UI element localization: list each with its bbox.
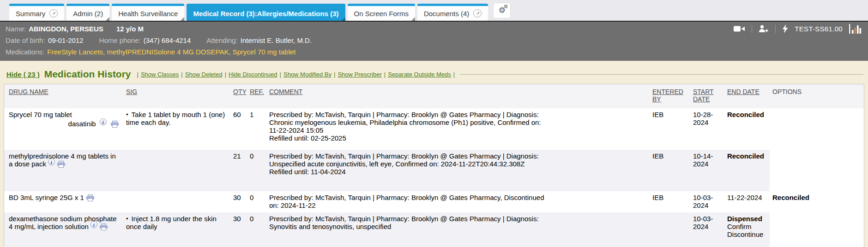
drug-info-icon[interactable]: i [48, 159, 55, 165]
settings-button[interactable]: ⚙ ⚙ [493, 3, 511, 18]
comment-text: Prescribed by: McTavish, Tarquin | Pharm… [269, 111, 546, 134]
attending-value: Internist E. Butler, M.D. [241, 35, 312, 46]
tab-bar: Summary ↗ Admin (2) Health Surveillance … [0, 0, 868, 22]
video-camera-icon[interactable] [734, 25, 745, 33]
ref-value: 0 [247, 150, 266, 191]
home-phone-label: Home phone: [99, 35, 141, 46]
tab-admin[interactable]: Admin (2) [66, 4, 109, 21]
patient-banner: Name: ABINGDON, PERSEUS 12 y/o M TEST-SS… [0, 22, 868, 61]
show-modified-by-link[interactable]: Show Modified By [283, 71, 332, 78]
separator: | [453, 71, 455, 78]
confirm-action[interactable]: Confirm [727, 223, 752, 230]
separate-outside-meds-link[interactable]: Separate Outside Meds [388, 71, 451, 78]
tab-health-surveillance[interactable]: Health Surveillance [112, 4, 184, 21]
show-deleted-link[interactable]: Show Deleted [185, 71, 223, 78]
start-date-value: 10-14-2024 [690, 150, 724, 191]
dob-value: 09-01-2012 [48, 35, 84, 46]
divider [775, 25, 776, 33]
qty-value: 30 [230, 191, 247, 212]
refill-until-text: Refilled until: 11-04-2024 [269, 168, 546, 176]
tab-on-screen-forms[interactable]: On Screen Forms [348, 4, 415, 21]
patient-demographics-row: Date of birth: 09-01-2012 Home phone: (3… [6, 35, 862, 46]
drug-generic-name: dasatinib [68, 120, 96, 128]
tab-on-screen-forms-label: On Screen Forms [354, 10, 409, 18]
tab-documents-label: Documents (4) [424, 10, 469, 18]
status-reconciled: Reconciled [727, 152, 764, 160]
status-dispensed: Dispensed [727, 215, 762, 223]
medications-list: FreeStyle Lancets, methylPREDNISolone 4 … [47, 46, 295, 58]
col-header-entered-by[interactable]: ENTERED BY [650, 84, 690, 108]
start-date-value: 10-03-2024 [690, 212, 724, 247]
drug-name: Sprycel 70 mg tablet [9, 111, 120, 118]
sig-text: Take 1 tablet by mouth 1 (one) time each… [126, 111, 228, 126]
drug-name: BD 3mL syringe 25G x 1 [9, 194, 120, 202]
tab-summary[interactable]: Summary ↗ [9, 4, 64, 21]
separator: | [384, 71, 386, 78]
table-header-row: DRUG NAME SIG QTY REF. COMMENT ENTERED B… [4, 84, 864, 108]
print-icon[interactable] [57, 161, 65, 168]
drug-name: methylprednisolone 4 mg tablets in a dos… [9, 152, 120, 168]
drug-name: dexamethasone sodium phosphate 4 mg/mL i… [9, 215, 120, 231]
attending-label: Attending: [206, 35, 238, 46]
tab-summary-label: Summary [16, 10, 45, 18]
entered-by-value: IEB [650, 191, 690, 212]
sig-text: Inject 1.8 mg under the skin once daily [126, 215, 228, 230]
col-header-start-date[interactable]: START DATE [690, 84, 724, 108]
entered-by-value [650, 212, 690, 247]
home-phone-value: (347) 684-4214 [144, 35, 191, 46]
col-header-sig[interactable]: SIG [123, 84, 230, 108]
lightning-bolt-icon[interactable] [782, 24, 788, 33]
toolbar-rule [460, 74, 863, 75]
ref-value: 0 [247, 191, 266, 212]
patient-age-sex: 12 y/o M [116, 23, 144, 35]
separator: | [334, 71, 335, 78]
qty-value: 60 [230, 108, 247, 150]
qty-value: 21 [230, 150, 247, 191]
growth-chart-icon[interactable] [849, 24, 862, 34]
medication-row: methylprednisolone 4 mg tablets in a dos… [4, 150, 864, 191]
start-date-value: 10-03-2024 [690, 191, 724, 212]
drug-info-icon[interactable]: i [100, 118, 107, 125]
tab-documents[interactable]: Documents (4) ↗ [417, 4, 488, 21]
hide-count-link[interactable]: Hide ( 23 ) [6, 71, 40, 78]
col-header-options: OPTIONS [770, 84, 864, 108]
tab-medical-record-allergies-medications[interactable]: Medical Record (3):Allergies/Medications… [187, 4, 345, 21]
comment-text: Prescribed by: McTavish, Tarquin | Pharm… [269, 152, 546, 168]
medication-history-table: DRUG NAME SIG QTY REF. COMMENT ENTERED B… [4, 84, 864, 247]
discontinue-action[interactable]: Discontinue [727, 230, 763, 238]
medication-row: dexamethasone sodium phosphate 4 mg/mL i… [4, 212, 864, 247]
account-code: TEST-SS61.00 [795, 23, 843, 35]
col-header-drug-name[interactable]: DRUG NAME [4, 84, 123, 108]
medication-history-title: Medication History [44, 69, 131, 80]
print-icon[interactable] [111, 121, 119, 128]
medications-label: Medications: [6, 46, 44, 58]
col-header-qty[interactable]: QTY [230, 84, 247, 108]
hide-discontinued-link[interactable]: Hide Discontinued [229, 71, 277, 78]
medication-row: Sprycel 70 mg tablet dasatinib i Take 1 … [4, 108, 864, 150]
open-in-new-icon[interactable]: ↗ [473, 9, 482, 18]
patient-medications-row: Medications: FreeStyle Lancets, methylPR… [6, 46, 862, 58]
tab-medical-record-label: Medical Record (3):Allergies/Medications… [193, 10, 338, 18]
entered-by-value: IEB [650, 150, 690, 191]
separator: | [225, 71, 226, 78]
status-reconciled: Reconciled [727, 111, 764, 118]
add-person-icon[interactable] [759, 25, 769, 33]
tab-health-surveillance-label: Health Surveillance [118, 10, 178, 18]
print-icon[interactable] [86, 194, 94, 201]
show-classes-link[interactable]: Show Classes [141, 71, 179, 78]
status-reconciled: Reconciled [772, 194, 809, 201]
open-in-new-icon[interactable]: ↗ [49, 9, 58, 18]
separator: | [181, 71, 182, 78]
drug-info-icon[interactable]: i [90, 221, 97, 228]
patient-name: ABINGDON, PERSEUS [29, 23, 103, 35]
qty-value: 30 [230, 212, 247, 247]
banner-actions: TEST-SS61.00 [734, 23, 862, 35]
tab-admin-label: Admin (2) [73, 10, 103, 18]
print-icon[interactable] [100, 223, 108, 230]
ref-value: 1 [247, 108, 266, 150]
show-prescriber-link[interactable]: Show Prescriber [338, 71, 381, 78]
col-header-ref[interactable]: REF. [247, 84, 266, 108]
col-header-comment[interactable]: COMMENT [266, 84, 650, 108]
start-date-value: 10-28-2024 [690, 108, 724, 150]
col-header-end-date[interactable]: END DATE [724, 84, 770, 108]
